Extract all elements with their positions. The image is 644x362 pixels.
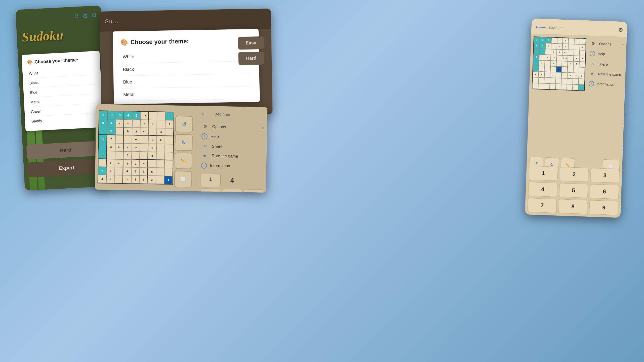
cell-9-2[interactable]: 9 (106, 175, 114, 183)
screen4-menu-share[interactable]: ⤫ Share (588, 59, 625, 70)
cr-2-2[interactable]: 4 (539, 43, 545, 49)
expert-button[interactable]: Expert (27, 159, 106, 177)
cell-1-9[interactable]: 6 (165, 112, 174, 120)
cr-5-9[interactable]: 7 (579, 62, 585, 68)
menu-item-info[interactable]: i Information (201, 160, 264, 171)
gear-icon[interactable]: ⚙ (83, 12, 88, 20)
cr-9-5 (555, 84, 561, 90)
cell-3-4[interactable]: 9 (124, 127, 132, 135)
screen4-back-icon[interactable]: ⟵ (535, 22, 546, 31)
num-1[interactable]: 1 (200, 173, 221, 187)
cr-4-9[interactable]: 7 (579, 56, 585, 62)
cr-7-2[interactable]: 9 (538, 72, 544, 78)
back-arrow-icon[interactable]: ⟵ (202, 110, 212, 118)
cell-4-2[interactable]: 7 (107, 135, 115, 143)
cr-1-1[interactable]: 1 (534, 37, 540, 43)
screen4-num-8[interactable]: 8 (558, 199, 588, 214)
cell-7-5[interactable]: 7 (131, 159, 140, 167)
screen4-num-6[interactable]: 6 (590, 184, 619, 199)
cr-1-3[interactable]: 3 (545, 37, 551, 43)
pencil-button[interactable]: ✏️ (175, 153, 192, 169)
cell-3-8[interactable]: 4 (157, 128, 165, 136)
undo-button[interactable]: ↺ (175, 116, 193, 132)
cell-4-1[interactable]: 5 (99, 135, 107, 143)
easy-button[interactable]: Easy (238, 36, 264, 50)
screen4-menu-help[interactable]: ? Help (588, 48, 625, 60)
screen4-num-1[interactable]: 1 (529, 166, 558, 181)
eraser-button[interactable]: ⬜ (174, 171, 192, 188)
screen4-gear-icon[interactable]: ⚙ (618, 26, 623, 33)
screen4-num-5[interactable]: 5 (559, 183, 588, 198)
screen4-num-4[interactable]: 4 (528, 182, 557, 197)
cell-8-5[interactable]: 6 (131, 167, 140, 175)
cell-6-9 (165, 152, 173, 160)
redo-button[interactable]: ↻ (175, 134, 193, 151)
cr-5-4[interactable]: 2 (550, 61, 556, 67)
cell-6-4[interactable]: 8 (123, 151, 132, 159)
cell-2-1[interactable]: 9 (99, 119, 107, 127)
cr-7-9[interactable]: 3 (579, 73, 585, 79)
menu-item-share[interactable]: ⤫ Share (201, 141, 264, 152)
cr-7-7[interactable]: 8 (567, 73, 573, 79)
menu-item-help[interactable]: ? Help (201, 131, 264, 142)
theme-blue-large[interactable]: Blue (121, 74, 252, 88)
cell-9-7[interactable]: 3 (148, 176, 156, 184)
cell-3-2[interactable]: 6 (107, 127, 115, 135)
cell-7-7 (148, 160, 156, 168)
cell-1-1[interactable]: 1 (99, 111, 107, 119)
cell-8-6[interactable]: 7 (140, 168, 148, 176)
cr-4-1[interactable]: 5 (533, 54, 539, 60)
hard-button-2[interactable]: Hard (238, 52, 264, 65)
cr-2-1[interactable]: 9 (534, 43, 540, 49)
cell-6-1[interactable]: 3 (98, 151, 107, 159)
cr-7-1[interactable]: 4 (533, 71, 539, 77)
cell-4-8[interactable]: 6 (157, 136, 165, 144)
cell-1-5[interactable]: 5 (132, 112, 141, 120)
cell-1-3[interactable]: 3 (116, 111, 124, 119)
cell-3-5[interactable]: 3 (132, 127, 140, 135)
cr-5-8[interactable]: 6 (573, 61, 579, 67)
menu-item-rate[interactable]: ★ Rate the game (201, 151, 264, 161)
cr-1-2[interactable]: 8 (540, 37, 546, 43)
cell-1-2[interactable]: 8 (107, 111, 116, 119)
screen4-menu-options[interactable]: ⚙ Options ▶ (589, 38, 625, 50)
screen4-num-3[interactable]: 3 (590, 168, 620, 183)
cell-9-6[interactable]: 2 (139, 175, 148, 184)
cell-8-7[interactable]: 5 (148, 168, 156, 176)
cell-2-2[interactable]: 4 (107, 119, 115, 127)
screen4-num-9[interactable]: 9 (589, 200, 619, 215)
screen4-num-2[interactable]: 2 (559, 167, 589, 182)
num-9-1[interactable]: 9 (243, 189, 263, 193)
cell-5-7[interactable]: 3 (148, 144, 156, 152)
cell-2-9[interactable]: 3 (165, 120, 174, 128)
cell-6-3 (115, 151, 123, 159)
cr-5-7[interactable]: 4 (568, 61, 574, 67)
theme-white-large[interactable]: White (120, 49, 252, 63)
cell-8-4[interactable]: 4 (123, 167, 131, 175)
screen4-num-7[interactable]: 7 (528, 198, 557, 213)
cell-8-2[interactable]: 2 (106, 167, 115, 175)
cell-6-7[interactable]: 5 (148, 152, 156, 160)
cell-7-8 (156, 160, 165, 168)
cell-9-1[interactable]: 4 (98, 175, 106, 183)
cell-8-1[interactable]: 1 (98, 167, 106, 175)
cell-1-4[interactable]: 4 (124, 111, 132, 119)
screen4-menu-info[interactable]: i Information (587, 78, 624, 90)
cell-7-4[interactable]: 1 (123, 159, 131, 167)
theme-metal-large[interactable]: Metal (121, 86, 252, 101)
num-7[interactable]: 7 (200, 188, 220, 193)
num-8-1[interactable]: 8 (222, 189, 242, 193)
cell-4-7[interactable]: 2 (148, 136, 157, 144)
cell-9-9[interactable]: 1 (164, 176, 173, 184)
screen4-menu-rate[interactable]: ★ Rate the game (588, 69, 624, 80)
menu-item-options[interactable]: ⚙ Options ▶ (202, 122, 265, 132)
cr-4-7 (568, 55, 574, 61)
cr-7-8[interactable]: 2 (573, 73, 579, 79)
cr-4-2[interactable]: 7 (539, 54, 545, 60)
cr-6-4 (550, 66, 556, 72)
cr-6-5[interactable]: 1 (556, 67, 562, 73)
theme-black-large[interactable]: Black (121, 61, 252, 76)
cell-9-5[interactable]: 8 (131, 175, 139, 184)
cell-5-9 (165, 144, 173, 152)
cr-7-3 (544, 72, 550, 78)
